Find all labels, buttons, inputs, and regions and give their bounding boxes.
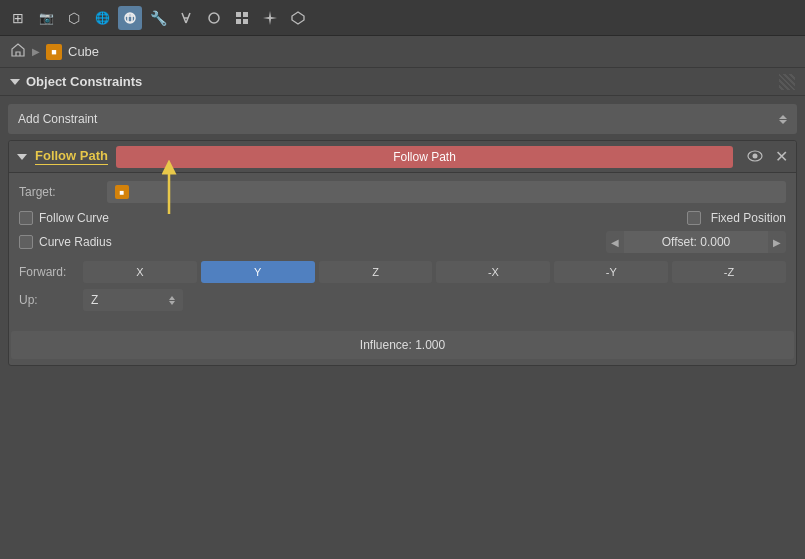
breadcrumb-separator: ▶	[32, 46, 40, 57]
constraint-panel: Follow Path ✕ Target: ■	[8, 140, 797, 366]
target-cube-icon: ■	[115, 185, 129, 199]
constraint-name-input[interactable]	[116, 146, 733, 168]
add-constraint-bar[interactable]: Add Constraint	[8, 104, 797, 134]
add-constraint-label: Add Constraint	[18, 112, 97, 126]
offset-value: Offset: 0.000	[624, 231, 768, 253]
svg-point-1	[209, 13, 219, 23]
svg-rect-3	[243, 12, 248, 17]
fixed-position-label: Fixed Position	[711, 211, 786, 225]
render-icon[interactable]: 📷	[34, 6, 58, 30]
forward-label: Forward:	[19, 265, 79, 279]
forward-neg-y-btn[interactable]: -Y	[554, 261, 668, 283]
curve-radius-offset-row: Curve Radius ◀ Offset: 0.000 ▶	[19, 231, 786, 253]
forward-neg-z-btn[interactable]: -Z	[672, 261, 786, 283]
follow-curve-col: Follow Curve	[19, 211, 403, 225]
section-title: Object Constraints	[26, 74, 142, 89]
curve-radius-col: Curve Radius	[19, 235, 403, 249]
fixed-position-col: Fixed Position	[403, 211, 787, 225]
svg-rect-4	[236, 19, 241, 24]
curve-radius-checkbox[interactable]	[19, 235, 33, 249]
up-value: Z	[91, 293, 98, 307]
up-axis-row: Up: Z	[19, 289, 786, 311]
link-icon[interactable]	[118, 6, 142, 30]
forward-z-btn[interactable]: Z	[319, 261, 433, 283]
fixed-position-checkbox[interactable]	[687, 211, 701, 225]
forward-axis-row: Forward: X Y Z -X -Y -Z	[19, 261, 786, 283]
breadcrumb: ▶ ■ Cube	[0, 36, 805, 68]
target-row: Target: ■	[19, 181, 786, 203]
svg-rect-2	[236, 12, 241, 17]
object-data-icon[interactable]	[286, 6, 310, 30]
svg-rect-5	[243, 19, 248, 24]
svg-point-7	[753, 153, 758, 158]
eye-icon[interactable]	[747, 149, 763, 165]
toolbar: ⊞ 📷 ⬡ 🌐 🔧	[0, 0, 805, 36]
offset-right-btn[interactable]: ▶	[768, 231, 786, 253]
forward-x-btn[interactable]: X	[83, 261, 197, 283]
up-label: Up:	[19, 293, 79, 307]
wrench-icon[interactable]: 🔧	[146, 6, 170, 30]
arrow-down-icon	[779, 120, 787, 124]
up-dropdown[interactable]: Z	[83, 289, 183, 311]
layout-icon[interactable]: ⊞	[6, 6, 30, 30]
mesh-icon[interactable]: ⬡	[62, 6, 86, 30]
curve-radius-label: Curve Radius	[39, 235, 112, 249]
globe-icon[interactable]: 🌐	[90, 6, 114, 30]
follow-curve-label: Follow Curve	[39, 211, 109, 225]
arrow-up-icon	[779, 115, 787, 119]
grid-icon[interactable]	[230, 6, 254, 30]
section-header: Object Constraints	[0, 68, 805, 96]
cube-icon: ■	[46, 44, 62, 60]
sparkle-icon[interactable]	[258, 6, 282, 30]
offset-left-btn[interactable]: ◀	[606, 231, 624, 253]
constraint-body-wrapper: Target: ■	[9, 173, 796, 359]
follow-curve-fixed-row: Follow Curve Fixed Position	[19, 211, 786, 225]
forward-y-btn[interactable]: Y	[201, 261, 315, 283]
add-constraint-arrows	[779, 115, 787, 124]
section-collapse-icon[interactable]	[10, 79, 20, 85]
target-label: Target:	[19, 185, 99, 199]
influence-bar[interactable]: Influence: 1.000	[11, 331, 794, 359]
constraint-collapse-icon[interactable]	[17, 154, 27, 160]
constraint-name-label: Follow Path	[35, 148, 108, 165]
constraint-body: Target: ■	[9, 173, 796, 327]
circle-icon[interactable]	[202, 6, 226, 30]
close-icon[interactable]: ✕	[775, 147, 788, 166]
target-input[interactable]: ■	[107, 181, 786, 203]
constraint-header: Follow Path ✕	[9, 141, 796, 173]
offset-col: ◀ Offset: 0.000 ▶	[403, 231, 787, 253]
home-icon[interactable]	[10, 42, 26, 61]
follow-curve-checkbox[interactable]	[19, 211, 33, 225]
modifier-icon[interactable]	[174, 6, 198, 30]
breadcrumb-cube-label: Cube	[68, 44, 99, 59]
influence-label: Influence: 1.000	[360, 338, 445, 352]
forward-neg-x-btn[interactable]: -X	[436, 261, 550, 283]
